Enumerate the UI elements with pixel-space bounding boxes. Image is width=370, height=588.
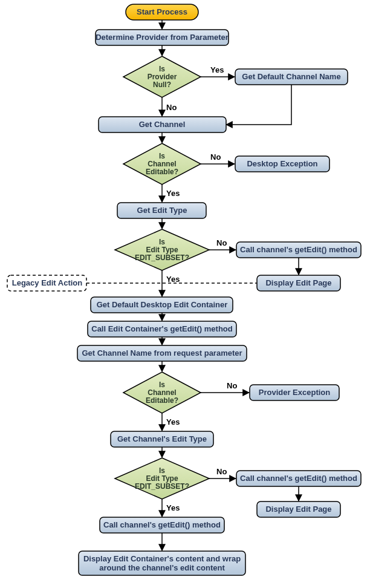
editable1-l3: Editable? <box>146 168 178 176</box>
editable1-yes-label: Yes <box>166 189 180 198</box>
desktopexc-label: Desktop Exception <box>247 159 317 168</box>
callcontgetedit-label: Call Edit Container's getEdit() method <box>91 324 233 333</box>
node-start: Start Process <box>126 4 198 20</box>
callgetedit1-label: Call channel's getEdit() method <box>240 245 357 254</box>
subset1-yes-label: Yes <box>166 275 180 284</box>
displayedit1-label: Display Edit Page <box>265 278 331 287</box>
edge-getdefname-getchannel <box>226 85 291 125</box>
getdefname-label: Get Default Channel Name <box>242 72 340 81</box>
node-get-default-name: Get Default Channel Name <box>235 69 348 85</box>
editable1-l2: Channel <box>148 160 176 168</box>
node-get-channel: Get Channel <box>99 117 226 132</box>
node-display-edit-page-2: Display Edit Page <box>257 501 340 517</box>
legacy-label: Legacy Edit Action <box>12 278 83 287</box>
node-is-editable-2: Is Channel Editable? <box>123 372 201 413</box>
subset2-l1: Is <box>159 466 165 475</box>
node-determine: Determine Provider from Parameter <box>96 30 229 45</box>
editable1-l1: Is <box>159 152 165 160</box>
getchannel-label: Get Channel <box>139 120 186 129</box>
node-get-edit-type: Get Edit Type <box>117 203 206 218</box>
flowchart-diagram: Start Process Determine Provider from Pa… <box>0 0 370 588</box>
getchannelnamereq-label: Get Channel Name from request parameter <box>82 348 242 358</box>
determine-label: Determine Provider from Parameter <box>96 33 229 42</box>
subset2-l3: EDIT_SUBSET? <box>135 482 189 491</box>
provnull-l3: Null? <box>153 80 171 89</box>
node-is-subset-1: Is Edit Type EDIT_SUBSET? <box>115 229 209 270</box>
displaywrap-l1: Display Edit Container's content and wra… <box>83 554 241 563</box>
node-legacy-note: Legacy Edit Action <box>7 275 86 291</box>
editable2-no-label: No <box>227 381 237 390</box>
getedittype-label: Get Edit Type <box>137 206 187 215</box>
editable1-no-label: No <box>210 152 221 162</box>
getdefcontainer-label: Get Default Desktop Edit Container <box>97 300 228 309</box>
node-get-channel-name-req: Get Channel Name from request parameter <box>77 345 247 361</box>
node-call-getedit-3: Call channel's getEdit() method <box>100 517 224 533</box>
node-get-channel-edit-type: Get Channel's Edit Type <box>111 431 213 447</box>
provnull-l2: Provider <box>148 73 177 81</box>
getchanneledittype-label: Get Channel's Edit Type <box>117 434 207 443</box>
subset2-no-label: No <box>216 467 227 476</box>
editable2-l3: Editable? <box>146 396 178 405</box>
node-get-default-container: Get Default Desktop Edit Container <box>91 297 233 313</box>
node-is-editable-1: Is Channel Editable? <box>123 143 201 185</box>
node-display-wrap: Display Edit Container's content and wra… <box>79 551 245 575</box>
subset1-l3: EDIT_SUBSET? <box>135 253 189 262</box>
node-call-container-getedit: Call Edit Container's getEdit() method <box>88 321 236 337</box>
editable2-l1: Is <box>159 381 165 389</box>
provnull-yes-label: Yes <box>210 65 224 74</box>
subset2-yes-label: Yes <box>166 503 180 512</box>
subset1-no-label: No <box>216 238 227 247</box>
node-display-edit-page-1: Display Edit Page <box>257 275 340 291</box>
node-is-subset-2: Is Edit Type EDIT_SUBSET? <box>115 458 209 499</box>
displaywrap-l2: around the channel's edit content <box>99 563 225 572</box>
node-call-getedit-2: Call channel's getEdit() method <box>236 471 361 486</box>
displayedit2-label: Display Edit Page <box>265 505 331 514</box>
providerexc-label: Provider Exception <box>259 388 331 397</box>
provnull-no-label: No <box>166 103 177 112</box>
subset1-l2: Edit Type <box>146 246 178 254</box>
provnull-l1: Is <box>159 65 165 73</box>
node-call-getedit-1: Call channel's getEdit() method <box>236 242 361 258</box>
editable2-l2: Channel <box>148 388 176 397</box>
node-desktop-exception: Desktop Exception <box>235 156 329 172</box>
callgetedit2-label: Call channel's getEdit() method <box>240 474 357 483</box>
editable2-yes-label: Yes <box>166 417 180 426</box>
subset1-l1: Is <box>159 238 165 246</box>
start-label: Start Process <box>137 7 187 16</box>
node-is-provider-null: Is Provider Null? <box>123 56 201 97</box>
node-provider-exception: Provider Exception <box>250 385 339 400</box>
callgetedit3-label: Call channel's getEdit() method <box>103 520 221 529</box>
subset2-l2: Edit Type <box>146 474 178 483</box>
